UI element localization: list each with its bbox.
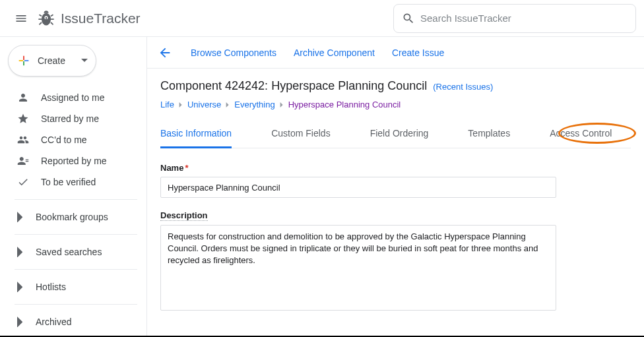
people-icon: [17, 134, 29, 146]
arrow-right-icon: [17, 247, 24, 258]
chevron-down-icon: [81, 57, 88, 64]
component-title-text: Component 424242: Hyperspace Planning Co…: [160, 79, 427, 92]
browse-components-link[interactable]: Browse Components: [191, 47, 276, 58]
form: Name* Description: [160, 148, 631, 313]
arrow-right-icon: [17, 212, 24, 223]
app-title: IssueTracker: [61, 11, 141, 26]
breadcrumb-link[interactable]: Universe: [187, 100, 221, 109]
bug-logo-icon: [37, 9, 55, 28]
sidebar-item-starred[interactable]: Starred by me: [0, 108, 146, 129]
sidebar: Create Assigned to me Starred by me CC'd…: [0, 37, 146, 337]
divider: [15, 199, 137, 200]
divider: [15, 269, 137, 270]
description-label: Description: [160, 210, 208, 221]
sidebar-item-ccd[interactable]: CC'd to me: [0, 129, 146, 150]
search-box[interactable]: [393, 4, 636, 33]
arrow-right-icon: [17, 317, 24, 328]
sidebar-group-label: Bookmark groups: [36, 212, 108, 222]
divider: [15, 234, 137, 235]
arrow-right-icon: [17, 282, 24, 293]
component-title: Component 424242: Hyperspace Planning Co…: [160, 79, 631, 93]
svg-point-3: [46, 16, 47, 18]
name-input[interactable]: [160, 177, 556, 198]
chevron-right-icon: [178, 102, 183, 107]
sidebar-item-label: To be verified: [41, 177, 96, 187]
sidebar-item-reported[interactable]: Reported by me: [0, 150, 146, 171]
sidebar-group-label: Hotlists: [36, 282, 66, 292]
sidebar-group-hotlists[interactable]: Hotlists: [0, 274, 146, 300]
name-label: Name*: [160, 163, 631, 173]
star-icon: [17, 113, 29, 125]
check-icon: [17, 176, 29, 188]
sidebar-group-bookmarks[interactable]: Bookmark groups: [0, 204, 146, 230]
top-bar: IssueTracker: [0, 0, 644, 37]
breadcrumb-link[interactable]: Life: [160, 100, 174, 109]
sidebar-group-label: Archived: [36, 317, 71, 327]
logo-area[interactable]: IssueTracker: [37, 9, 141, 28]
hamburger-menu-button[interactable]: [8, 5, 34, 32]
sidebar-item-label: Starred by me: [41, 113, 99, 124]
search-icon: [402, 12, 415, 25]
chevron-right-icon: [279, 102, 284, 107]
back-button[interactable]: [158, 45, 174, 61]
archive-component-link[interactable]: Archive Component: [294, 47, 375, 58]
main-area: Browse Components Archive Component Crea…: [146, 37, 644, 337]
recent-issues-link[interactable]: (Recent Issues): [433, 82, 493, 92]
hamburger-icon: [15, 12, 28, 25]
sidebar-item-label: Assigned to me: [41, 92, 105, 103]
sidebar-item-verified[interactable]: To be verified: [0, 171, 146, 193]
person-icon: [17, 92, 29, 104]
sidebar-item-label: CC'd to me: [41, 135, 87, 145]
sidebar-group-archived[interactable]: Archived: [0, 309, 146, 335]
sidebar-item-assigned[interactable]: Assigned to me: [0, 87, 146, 108]
chevron-right-icon: [225, 102, 230, 107]
tab-field-ordering[interactable]: Field Ordering: [370, 121, 429, 148]
divider: [15, 304, 137, 305]
tabs: Basic Information Custom Fields Field Or…: [160, 121, 631, 148]
action-bar: Browse Components Archive Component Crea…: [147, 37, 644, 69]
sidebar-group-label: Saved searches: [36, 247, 102, 257]
search-input[interactable]: [420, 13, 630, 24]
create-issue-link[interactable]: Create Issue: [392, 47, 444, 58]
tab-custom-fields[interactable]: Custom Fields: [271, 121, 330, 148]
arrow-back-icon: [158, 46, 172, 60]
breadcrumb-link[interactable]: Everything: [234, 100, 274, 109]
tab-templates[interactable]: Templates: [468, 121, 510, 148]
tab-access-control[interactable]: Access Control: [550, 121, 612, 148]
sidebar-item-label: Reported by me: [41, 156, 107, 166]
tab-basic-information[interactable]: Basic Information: [160, 121, 232, 148]
create-label: Create: [38, 55, 65, 66]
plus-icon: [16, 53, 31, 68]
create-button[interactable]: Create: [8, 45, 96, 77]
sidebar-group-saved[interactable]: Saved searches: [0, 239, 146, 265]
breadcrumb-current: Hyperspace Planning Council: [288, 100, 401, 109]
person-lines-icon: [17, 155, 29, 167]
description-textarea[interactable]: [160, 225, 556, 311]
breadcrumb: Life Universe Everything Hyperspace Plan…: [160, 100, 631, 109]
